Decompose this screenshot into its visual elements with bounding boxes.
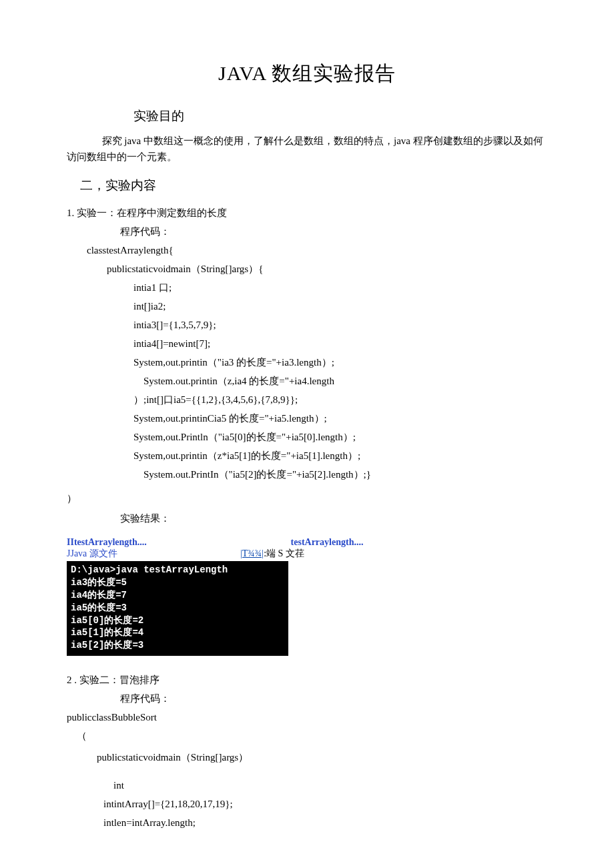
purpose-heading: 实验目的 — [133, 107, 547, 125]
file-col-1: IItestArraylength.... JJava 源文件 — [67, 537, 240, 560]
exp1-code-line: System,out.Println（"ia5[0]的长度="+ia5[0].l… — [133, 429, 547, 445]
exp1-code-line: System,out.printinCia5 的长度="+ia5.length）… — [133, 410, 547, 426]
exp1-code-line: intia1 口; — [133, 280, 547, 296]
exp2-code-line: publicclassBubbleSort — [67, 709, 547, 725]
exp1-code-line: int[]ia2; — [133, 298, 547, 314]
terminal-output: D:\java>java testArrayLength ia3的长度=5 ia… — [67, 561, 288, 656]
file-col-2: testArraylength.... |T¾¾|:端 S 文荏 — [240, 537, 414, 560]
exp1-code-label: 程序代码： — [120, 224, 547, 240]
exp1-close-paren: ） — [67, 490, 547, 506]
terminal-line: ia3的长度=5 — [71, 576, 284, 589]
exp1-code-line: intia3[]={1,3,5,7,9}; — [133, 317, 547, 333]
exp1-code-line: publicstaticvoidmain（String[]args）{ — [107, 261, 547, 277]
exp2-code-line: （ — [77, 728, 547, 744]
content-heading: 二，实验内容 — [80, 177, 547, 194]
terminal-line: ia5[1]的长度=4 — [71, 626, 284, 639]
exp2-code-line: int — [113, 777, 547, 793]
exp1-code-line: ）;int[]口ia5={{1,2},{3,4,5,6},{7,8,9}}; — [133, 392, 547, 408]
file1-name: IItestArraylength.... — [67, 537, 240, 548]
exp1-result-label: 实验结果： — [120, 510, 547, 526]
terminal-line: D:\java>java testArrayLength — [71, 564, 284, 576]
exp2-code-line: publicstaticvoidmain（String[]args） — [97, 749, 547, 765]
exp1-code-line: System,out.printin（z*ia5[1]的长度="+ia5[1].… — [133, 448, 547, 464]
exp1-code-line: System.out.printin（z,ia4 的长度="+ia4.lengt… — [143, 373, 547, 389]
exp1-code-line: classtestArraylength{ — [87, 242, 547, 258]
exp2-code-label: 程序代码： — [120, 691, 547, 707]
file-info-row: IItestArraylength.... JJava 源文件 testArra… — [67, 537, 547, 560]
file2-name: testArraylength.... — [240, 537, 414, 548]
file2-meta: |T¾¾|:端 S 文荏 — [240, 548, 414, 560]
exp2-code-line: intlen=intArray.length; — [103, 815, 547, 831]
terminal-line: ia4的长度=7 — [71, 589, 284, 602]
file2-suffix: :端 S 文荏 — [264, 548, 304, 558]
terminal-line: ia5的长度=3 — [71, 602, 284, 614]
exp2-code-line: intintArray[]={21,18,20,17,19}; — [103, 796, 547, 812]
document-title: JAVA 数组实验报告 — [67, 60, 547, 87]
exp1-heading: 1. 实验一：在程序中测定数组的长度 — [67, 205, 547, 221]
exp1-code-line: intia4[]=newint[7]; — [133, 336, 547, 352]
exp2-heading: 2 . 实验二：冒泡排序 — [67, 672, 547, 688]
purpose-paragraph: 探究 java 中数组这一概念的使用，了解什么是数组，数组的特点，java 程序… — [67, 133, 547, 165]
file1-subtitle: JJava 源文件 — [67, 548, 240, 560]
exp1-code-line: System.out.PrintIn（"ia5[2]的长度="+ia5[2].l… — [143, 466, 547, 482]
terminal-line: ia5[2]的长度=3 — [71, 639, 284, 652]
exp1-code-line: System,out.printin（"ia3 的长度="+ia3.length… — [133, 354, 547, 370]
terminal-line: ia5[0]的长度=2 — [71, 614, 284, 627]
document-page: JAVA 数组实验报告 实验目的 探究 java 中数组这一概念的使用，了解什么… — [0, 0, 614, 868]
file2-link: |T¾¾| — [240, 548, 264, 558]
